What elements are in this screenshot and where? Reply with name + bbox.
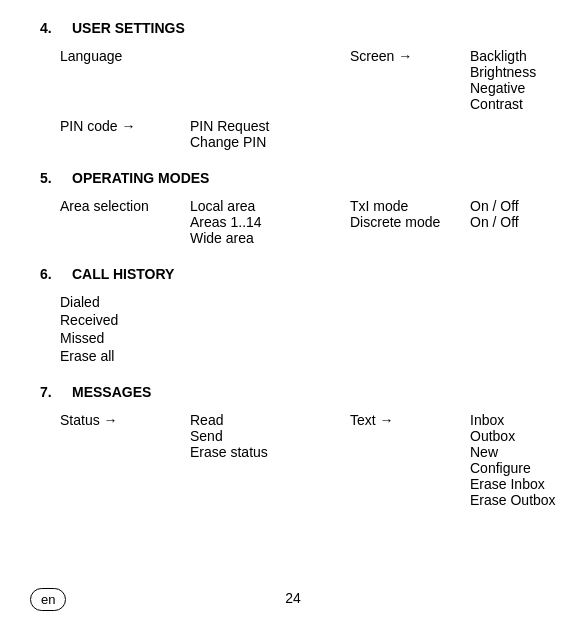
section-4-title: USER SETTINGS xyxy=(72,20,185,36)
section-4-row-2: PIN code → PIN Request Change PIN xyxy=(60,118,546,150)
txl-mode-label: TxI mode xyxy=(350,198,470,214)
page-footer: 24 xyxy=(0,590,586,606)
missed-label: Missed xyxy=(60,330,546,346)
text-label: Text → xyxy=(350,412,470,428)
page-content: 4. USER SETTINGS Language Screen → Backl… xyxy=(0,0,586,548)
section-6-number: 6. xyxy=(40,266,60,282)
brightness-label: Brightness xyxy=(470,64,586,80)
section-7-title: MESSAGES xyxy=(72,384,151,400)
mode-labels: TxI mode Discrete mode xyxy=(350,198,470,230)
status-label: Status → xyxy=(60,412,190,428)
section-4-body: Language Screen → Backligth Brightness N… xyxy=(60,48,546,150)
language-label: Language xyxy=(60,48,190,64)
areas-label: Areas 1..14 xyxy=(190,214,350,230)
new-label: New xyxy=(470,444,586,460)
text-options: Inbox Outbox New Configure Erase Inbox E… xyxy=(470,412,586,508)
erase-inbox-label: Erase Inbox xyxy=(470,476,586,492)
backligth-label: Backligth xyxy=(470,48,586,64)
section-4-number: 4. xyxy=(40,20,60,36)
negative-label: Negative xyxy=(470,80,586,96)
section-6-title: CALL HISTORY xyxy=(72,266,174,282)
read-label: Read xyxy=(190,412,350,428)
received-label: Received xyxy=(60,312,546,328)
pin-options: PIN Request Change PIN xyxy=(190,118,350,150)
pincode-label: PIN code → xyxy=(60,118,190,134)
local-area-label: Local area xyxy=(190,198,350,214)
lang-text: en xyxy=(41,592,55,607)
page-number: 24 xyxy=(285,590,301,606)
contrast-label: Contrast xyxy=(470,96,586,112)
call-history-list: Dialed Received Missed Erase all xyxy=(60,294,546,364)
section-5-title: OPERATING MODES xyxy=(72,170,209,186)
pin-request-label: PIN Request xyxy=(190,118,350,134)
section-6-header: 6. CALL HISTORY xyxy=(40,266,546,282)
section-5-number: 5. xyxy=(40,170,60,186)
erase-all-label: Erase all xyxy=(60,348,546,364)
dialed-label: Dialed xyxy=(60,294,546,310)
screen-options: Backligth Brightness Negative Contrast xyxy=(470,48,586,112)
section-7-body: Status → Read Send Erase status Text → I… xyxy=(60,412,546,508)
status-options: Read Send Erase status xyxy=(190,412,350,460)
section-4-row-1: Language Screen → Backligth Brightness N… xyxy=(60,48,546,112)
section-7-header: 7. MESSAGES xyxy=(40,384,546,400)
inbox-label: Inbox xyxy=(470,412,586,428)
change-pin-label: Change PIN xyxy=(190,134,350,150)
configure-label: Configure xyxy=(470,460,586,476)
discrete-mode-label: Discrete mode xyxy=(350,214,470,230)
area-selection-label: Area selection xyxy=(60,198,190,214)
section-5-body: Area selection Local area Areas 1..14 Wi… xyxy=(60,198,546,246)
discrete-mode-value: On / Off xyxy=(470,214,586,230)
wide-area-label: Wide area xyxy=(190,230,350,246)
section-5-row-1: Area selection Local area Areas 1..14 Wi… xyxy=(60,198,546,246)
outbox-label: Outbox xyxy=(470,428,586,444)
mode-values: On / Off On / Off xyxy=(470,198,586,230)
section-5-header: 5. OPERATING MODES xyxy=(40,170,546,186)
txl-mode-value: On / Off xyxy=(470,198,586,214)
language-badge: en xyxy=(30,588,66,611)
section-6-body: Dialed Received Missed Erase all xyxy=(60,294,546,364)
erase-outbox-label: Erase Outbox xyxy=(470,492,586,508)
section-7-row-1: Status → Read Send Erase status Text → I… xyxy=(60,412,546,508)
send-label: Send xyxy=(190,428,350,444)
section-4-header: 4. USER SETTINGS xyxy=(40,20,546,36)
area-options: Local area Areas 1..14 Wide area xyxy=(190,198,350,246)
section-7-number: 7. xyxy=(40,384,60,400)
screen-label: Screen → xyxy=(350,48,470,64)
erase-status-label: Erase status xyxy=(190,444,350,460)
